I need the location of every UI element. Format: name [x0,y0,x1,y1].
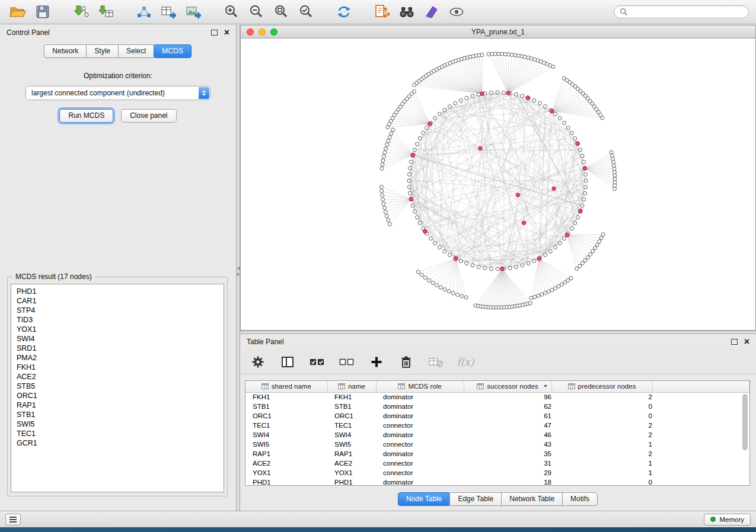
float-table-panel-button[interactable] [731,339,738,345]
network-node[interactable] [448,253,451,257]
network-node[interactable] [532,259,536,263]
network-node[interactable] [382,202,385,206]
network-node[interactable] [613,181,617,184]
network-node[interactable] [456,293,460,297]
table-row[interactable]: YOX1YOX1connector291 [245,468,749,477]
network-node[interactable] [527,262,530,265]
style-button[interactable] [421,3,442,21]
delete-column-button[interactable] [398,354,414,370]
network-node[interactable] [379,185,383,188]
network-node[interactable] [516,54,520,57]
column-header-mcds-role[interactable]: MCDS role [376,381,464,392]
mcds-result-item[interactable]: RAP1 [11,400,224,410]
network-node[interactable] [612,164,615,167]
network-node[interactable] [537,294,540,297]
network-node[interactable] [601,233,605,236]
network-dominator-node[interactable] [480,92,484,96]
network-node[interactable] [599,236,603,240]
mcds-result-item[interactable]: GCR1 [11,438,224,448]
column-header-name[interactable]: name [327,381,376,392]
network-node[interactable] [438,112,441,116]
network-node[interactable] [582,160,586,164]
network-node[interactable] [613,177,617,181]
network-node[interactable] [447,290,451,293]
zoom-fit-button[interactable] [270,3,292,21]
close-window-button[interactable] [247,28,254,36]
export-table-button[interactable] [158,3,179,21]
table-row[interactable]: TEC1TEC1connector472 [245,421,749,430]
mcds-result-item[interactable]: TID3 [11,315,224,325]
network-node[interactable] [496,267,499,271]
network-node[interactable] [521,94,524,98]
network-canvas[interactable] [241,39,755,330]
network-graph[interactable] [241,39,755,330]
zoom-out-button[interactable] [245,3,267,21]
network-dominator-node[interactable] [500,267,505,271]
network-node[interactable] [563,237,566,241]
network-node[interactable] [493,52,497,56]
network-node[interactable] [570,131,573,134]
network-dominator-node[interactable] [411,153,415,157]
network-node[interactable] [413,84,416,87]
tab-motifs[interactable]: Motifs [562,492,598,506]
network-node[interactable] [557,284,560,288]
network-node[interactable] [528,302,532,305]
network-node[interactable] [477,92,480,96]
import-network-button[interactable] [70,3,91,21]
document-export-button[interactable] [371,3,393,21]
network-node[interactable] [388,136,391,139]
tab-node-table[interactable]: Node Table [398,492,451,506]
network-node[interactable] [428,278,431,282]
mcds-result-item[interactable]: SRD1 [11,344,224,353]
network-dominator-node[interactable] [576,142,580,146]
network-node[interactable] [460,294,464,298]
network-node[interactable] [380,190,384,193]
mcds-result-item[interactable]: TEC1 [11,429,224,438]
network-node[interactable] [554,287,557,290]
network-node[interactable] [409,191,412,195]
network-node[interactable] [580,261,584,265]
table-row[interactable]: SWI4SWI4dominator462 [245,430,749,440]
network-node[interactable] [451,291,455,295]
network-node[interactable] [459,259,462,263]
network-dominator-node[interactable] [516,193,520,197]
network-node[interactable] [477,265,480,269]
network-node[interactable] [381,159,385,162]
network-node[interactable] [570,227,573,230]
mcds-result-item[interactable]: STB5 [11,382,224,391]
network-node[interactable] [409,160,413,164]
network-node[interactable] [569,277,573,280]
network-node[interactable] [387,139,390,143]
network-node[interactable] [500,52,504,56]
network-node[interactable] [575,267,579,271]
network-node[interactable] [573,137,577,140]
add-column-button[interactable] [368,354,385,370]
save-session-button[interactable] [32,3,53,21]
network-node[interactable] [471,264,474,267]
network-node[interactable] [558,117,562,120]
mcds-result-item[interactable]: SWI4 [11,334,224,344]
network-node[interactable] [465,262,468,265]
column-header-shared-name[interactable]: shared name [245,381,327,392]
table-row[interactable]: ACE2ACE2connector311 [245,459,749,468]
network-node[interactable] [611,157,615,161]
network-node[interactable] [407,179,411,182]
network-node[interactable] [465,96,468,100]
network-node[interactable] [388,222,391,226]
network-node[interactable] [566,126,570,130]
network-node[interactable] [548,249,552,253]
network-node[interactable] [438,246,441,249]
network-node[interactable] [429,237,432,241]
network-node[interactable] [586,256,589,259]
find-button[interactable] [396,3,417,21]
show-columns-button[interactable] [279,354,296,370]
network-node[interactable] [547,290,550,293]
network-node[interactable] [578,264,582,268]
network-node[interactable] [594,246,597,250]
network-dominator-node[interactable] [583,166,587,171]
mcds-result-item[interactable]: ACE2 [11,372,224,382]
network-node[interactable] [540,293,544,296]
network-node[interactable] [563,121,566,124]
network-node[interactable] [383,206,387,210]
network-dominator-node[interactable] [454,257,458,261]
